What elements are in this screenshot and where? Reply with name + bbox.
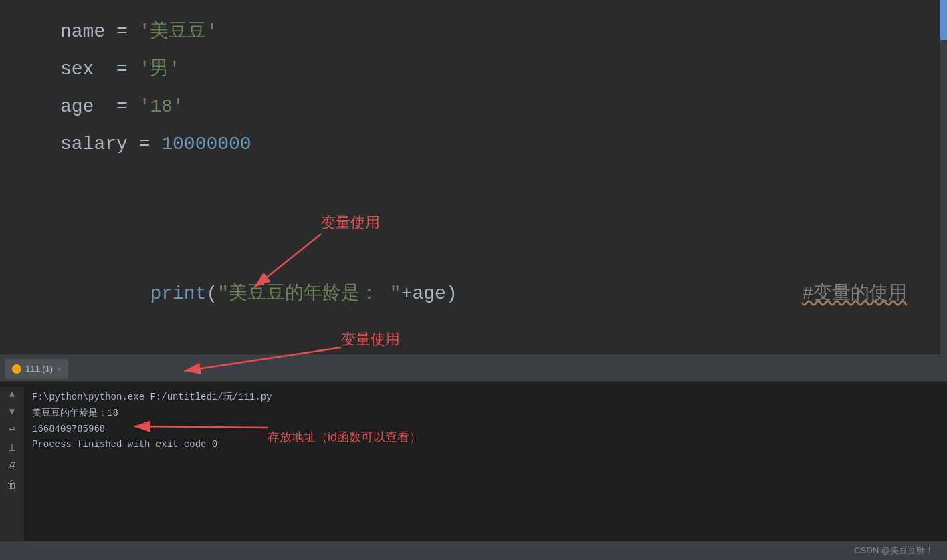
terminal-line-1: F:\python\python.exe F:/untitled1/玩/111.…	[32, 390, 939, 406]
tab-label: 111 (1)	[25, 364, 53, 374]
val-sex: '男'	[139, 51, 181, 88]
annotation-label-1: 变量使用	[321, 214, 380, 231]
tab-item-111[interactable]: 111 (1) ×	[5, 359, 68, 379]
var-name: name	[60, 13, 105, 51]
eq-4: =	[128, 126, 161, 163]
scrollbar-thumb[interactable]	[940, 0, 947, 40]
empty-line-2	[60, 200, 947, 238]
var-salary: salary	[60, 126, 128, 163]
scroll-up-icon[interactable]: ▲	[9, 390, 15, 399]
terminal-area: ▲ ▼ ↩ ⊥ 🖨 🗑 F:\python\python.exe F:/unti…	[0, 382, 947, 560]
tab-python-icon	[12, 364, 21, 374]
terminal-line-5: Process finished with exit code 0	[32, 437, 939, 453]
bottom-bar-text: CSDN @美豆豆呀！	[854, 545, 934, 557]
fn-print1: print	[150, 283, 206, 304]
code-editor: name = '美豆豆' sex = '男' age = '18' salary…	[0, 0, 947, 354]
trash-icon[interactable]: 🗑	[7, 480, 17, 491]
bottom-bar: CSDN @美豆豆呀！	[0, 541, 947, 560]
paren1: (	[206, 283, 217, 304]
terminal-line-2: 美豆豆的年龄是：18	[32, 406, 939, 422]
eq-2: =	[94, 51, 138, 88]
eq-3: =	[94, 88, 138, 126]
val-name: '美豆豆'	[139, 13, 218, 51]
svg-line-1	[254, 234, 321, 287]
scrollbar[interactable]	[940, 0, 947, 354]
terminal-line-3: 1668409785968	[32, 422, 939, 438]
print-icon[interactable]: 🖨	[7, 462, 17, 472]
main-layout: name = '美豆豆' sex = '男' age = '18' salary…	[0, 0, 947, 560]
paren1c: )	[446, 283, 457, 304]
code-line-salary: salary = 10000000	[60, 126, 947, 163]
wrap-icon[interactable]: ↩	[9, 424, 15, 435]
var-sex: sex	[60, 51, 94, 88]
val-age: '18'	[139, 88, 184, 126]
empty-line-1	[60, 163, 947, 200]
eq-1: =	[105, 13, 138, 51]
terminal-wrapper: 111 (1) × ▲ ▼ ↩ ⊥ 🖨 🗑 F:\python\python.e…	[0, 356, 947, 560]
code-line-sex: sex = '男'	[60, 51, 947, 88]
code-line-name: name = '美豆豆'	[60, 13, 947, 51]
code-line-print2: print(id(age)) #变量age在计算机中存放的地址	[60, 350, 947, 354]
tab-bar: 111 (1) ×	[0, 356, 947, 382]
annotation-svg-1: 变量使用	[241, 207, 441, 341]
code-line-print1: print("美豆豆的年龄是： "+age) #变量的使用	[60, 238, 947, 350]
print2-code: print(id(age))	[60, 350, 308, 354]
val-salary: 10000000	[161, 126, 251, 163]
comment-1: #变量的使用	[802, 275, 907, 313]
scroll-down-icon[interactable]: ▼	[9, 407, 15, 416]
pin-icon[interactable]: ⊥	[9, 443, 15, 454]
var-age: age	[60, 88, 94, 126]
code-line-age: age = '18'	[60, 88, 947, 126]
terminal-content: F:\python\python.exe F:/untitled1/玩/111.…	[24, 387, 947, 555]
terminal-sidebar: ▲ ▼ ↩ ⊥ 🖨 🗑	[0, 387, 24, 555]
tab-close-button[interactable]: ×	[57, 365, 61, 373]
